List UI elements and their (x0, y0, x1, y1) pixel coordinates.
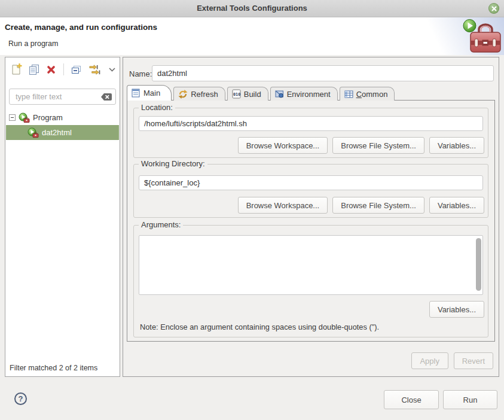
help-button[interactable]: ? (14, 392, 27, 405)
close-icon (491, 6, 497, 11)
tab-label: Environment (287, 90, 331, 99)
scrollbar-thumb[interactable] (476, 238, 481, 291)
filter-input[interactable] (14, 92, 100, 102)
tree-item-dat2html[interactable]: dat2html (6, 125, 119, 140)
revert-button[interactable]: Revert (454, 352, 493, 369)
location-variables-button[interactable]: Variables... (429, 137, 484, 154)
program-type-icon (19, 112, 30, 123)
configurations-tree: Program dat2html (6, 110, 119, 140)
svg-text:010: 010 (233, 92, 240, 97)
tab-main[interactable]: Main (127, 85, 172, 101)
common-tab-icon (344, 90, 353, 98)
window-title: External Tools Configurations (0, 0, 504, 17)
workdir-browse-workspace-button[interactable]: Browse Workspace... (238, 197, 328, 214)
tab-label: Common (356, 90, 388, 99)
delete-configuration-icon[interactable] (46, 63, 56, 75)
environment-tab-icon (275, 90, 284, 98)
location-group: Location: Browse Workspace... Browse Fil… (133, 108, 488, 158)
tab-build[interactable]: 010 Build (227, 87, 268, 101)
tab-label: Refresh (191, 90, 218, 99)
filter-field-wrap (9, 89, 116, 105)
collapse-expander-icon[interactable] (9, 114, 16, 121)
main-tab-icon (132, 89, 140, 98)
run-overlay-icon (463, 20, 476, 32)
name-label: Name: (129, 69, 152, 78)
configurations-sidebar: Program dat2html Filter matched 2 of 2 i… (5, 57, 120, 377)
configuration-detail-panel: Name: Main Refresh 010 (123, 57, 499, 377)
filter-configurations-icon[interactable] (88, 63, 100, 75)
location-browse-filesystem-button[interactable]: Browse File System... (332, 137, 424, 154)
workdir-variables-button[interactable]: Variables... (429, 197, 484, 214)
tab-label: Build (244, 90, 261, 99)
working-directory-input[interactable] (139, 175, 483, 190)
help-icon: ? (19, 394, 23, 403)
arguments-field-wrap (139, 235, 483, 295)
tab-bar: Main Refresh 010 Build Environ (127, 86, 396, 101)
apply-revert-row: Apply Revert (411, 352, 493, 369)
build-tab-icon: 010 (232, 89, 241, 99)
sidebar-toolbar (5, 57, 120, 81)
main-tab-content: Location: Browse Workspace... Browse Fil… (127, 100, 495, 342)
location-legend: Location: (139, 103, 175, 112)
run-button[interactable]: Run (443, 390, 497, 409)
collapse-all-icon[interactable] (71, 63, 81, 75)
location-input[interactable] (139, 116, 483, 131)
new-configuration-icon[interactable] (11, 63, 22, 75)
tab-common[interactable]: Common (340, 87, 395, 101)
arguments-scrollbar[interactable] (475, 237, 482, 293)
view-menu-chevron-icon[interactable] (107, 63, 117, 75)
tab-refresh[interactable]: Refresh (173, 87, 225, 101)
arguments-note: Note: Enclose an argument containing spa… (140, 322, 379, 331)
close-button[interactable]: Close (384, 390, 439, 409)
working-directory-group: Working Directory: Browse Workspace... B… (133, 164, 488, 218)
program-type-icon (28, 127, 39, 138)
titlebar: External Tools Configurations (0, 0, 504, 17)
location-browse-workspace-button[interactable]: Browse Workspace... (238, 137, 328, 154)
tree-item-label: Program (33, 113, 63, 122)
working-directory-legend: Working Directory: (139, 159, 207, 168)
apply-button[interactable]: Apply (411, 352, 448, 369)
dialog-subheading: Run a program (8, 39, 58, 48)
refresh-tab-icon (178, 90, 188, 99)
external-tools-toolbox-icon (462, 18, 502, 57)
filter-status-text: Filter matched 2 of 2 items (10, 364, 97, 372)
window-close-button[interactable] (488, 3, 499, 14)
dialog-heading: Create, manage, and run configurations (5, 23, 157, 32)
arguments-textarea[interactable] (139, 236, 476, 297)
tab-environment[interactable]: Environment (270, 87, 338, 101)
clear-filter-icon[interactable] (100, 93, 112, 101)
workdir-browse-filesystem-button[interactable]: Browse File System... (332, 197, 424, 214)
arguments-variables-button[interactable]: Variables... (429, 301, 484, 318)
tab-label: Main (143, 89, 160, 98)
dialog-header: Create, manage, and run configurations R… (0, 17, 504, 55)
arguments-group: Arguments: Variables... Note: Enclose an… (133, 225, 488, 337)
tree-item-program[interactable]: Program (6, 110, 119, 125)
tree-item-label: dat2html (42, 128, 72, 137)
arguments-legend: Arguments: (139, 220, 183, 229)
name-input[interactable] (152, 65, 494, 81)
duplicate-configuration-icon[interactable] (29, 63, 39, 75)
toolbar-separator (63, 63, 64, 75)
